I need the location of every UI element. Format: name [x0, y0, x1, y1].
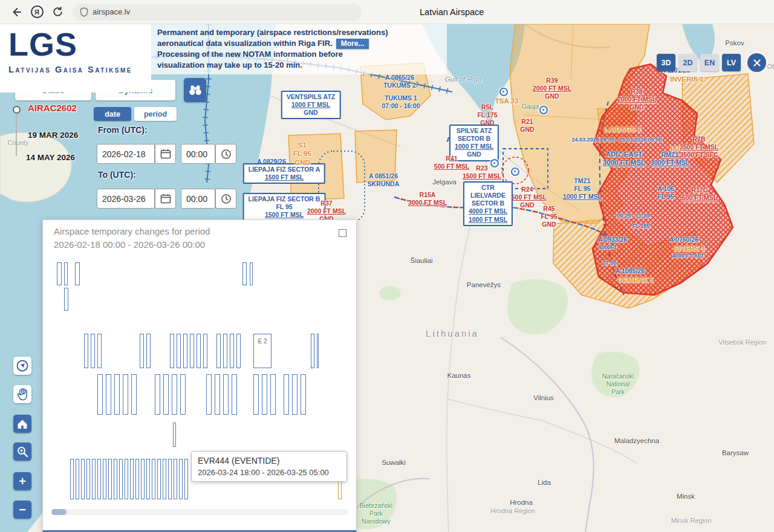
gantt-bar[interactable]	[183, 334, 187, 368]
gantt-bar[interactable]	[131, 374, 137, 415]
gantt-bar[interactable]	[168, 459, 172, 499]
gantt-bar[interactable]	[262, 374, 267, 415]
from-date-input[interactable]	[97, 144, 155, 164]
gantt-bar[interactable]	[215, 374, 220, 415]
gantt-bar[interactable]	[179, 459, 183, 499]
gantt-bar[interactable]	[97, 374, 103, 415]
gantt-bar[interactable]	[114, 374, 120, 415]
gantt-bar[interactable]	[317, 334, 319, 368]
gantt-bar[interactable]	[177, 334, 181, 368]
gantt-bar[interactable]	[75, 262, 80, 285]
gantt-bar[interactable]	[152, 459, 155, 499]
gantt-area[interactable]: E 2	[43, 220, 356, 530]
gantt-bar[interactable]	[155, 374, 160, 415]
gantt-bar[interactable]	[236, 334, 241, 368]
gantt-bar[interactable]	[91, 334, 95, 368]
gantt-bar[interactable]	[97, 459, 101, 499]
gantt-bar[interactable]	[119, 459, 123, 499]
gantt-bar[interactable]	[206, 374, 212, 415]
gantt-bar[interactable]	[108, 459, 112, 499]
gantt-bar[interactable]	[223, 374, 229, 415]
gantt-bar[interactable]	[174, 459, 177, 499]
gantt-bar[interactable]	[180, 374, 186, 415]
gantt-bar[interactable]	[197, 334, 201, 368]
view-3d-button[interactable]: 3D	[657, 54, 675, 71]
search-areas-button[interactable]	[184, 78, 206, 102]
gantt-bar[interactable]	[81, 459, 85, 499]
gantt-bar[interactable]	[135, 459, 139, 499]
gantt-bar[interactable]	[172, 374, 177, 415]
gantt-bar[interactable]	[84, 334, 88, 368]
airac-slider-knob[interactable]	[13, 106, 21, 114]
view-2d-button[interactable]: 2D	[678, 54, 697, 71]
period-mode-button[interactable]: period	[134, 107, 177, 121]
gantt-bar[interactable]	[301, 374, 306, 415]
more-button[interactable]: More...	[336, 39, 369, 50]
pan-button[interactable]	[13, 385, 31, 403]
to-calendar-button[interactable]	[155, 189, 176, 209]
gantt-bar[interactable]	[216, 334, 221, 368]
gantt-bar[interactable]	[184, 459, 188, 499]
from-time-input[interactable]	[181, 144, 215, 164]
gantt-bar[interactable]	[250, 262, 253, 285]
gantt-bar[interactable]	[163, 374, 169, 415]
from-calendar-button[interactable]	[155, 144, 176, 164]
gantt-bar[interactable]	[203, 334, 207, 368]
gantt-bar[interactable]	[92, 459, 96, 499]
zoom-box-button[interactable]	[13, 443, 31, 461]
reload-button[interactable]	[47, 2, 68, 22]
gantt-bar[interactable]	[64, 262, 68, 285]
gantt-bar[interactable]	[114, 459, 117, 499]
gantt-bar[interactable]	[103, 459, 106, 499]
gantt-bar[interactable]	[86, 459, 90, 499]
to-clock-button[interactable]	[215, 189, 236, 209]
date-mode-button[interactable]: date	[94, 107, 131, 121]
gantt-bar[interactable]	[242, 262, 247, 285]
gantt-bar[interactable]	[270, 374, 276, 415]
gantt-scroll-handle[interactable]	[51, 509, 67, 515]
gantt-bar[interactable]	[146, 459, 150, 499]
airac-end-date: 14 MAY 2026	[26, 153, 75, 162]
lang-en-button[interactable]: EN	[700, 54, 719, 71]
locate-button[interactable]	[13, 357, 31, 375]
gantt-scrollbar[interactable]	[51, 509, 349, 515]
address-bar[interactable]: airspace.lv	[73, 4, 362, 21]
zoom-in-button[interactable]: +	[13, 472, 31, 490]
gantt-bar[interactable]	[190, 334, 194, 368]
gantt-bar[interactable]	[125, 459, 128, 499]
gantt-bar[interactable]: E 2	[253, 334, 272, 368]
gantt-bar[interactable]	[140, 334, 144, 368]
close-button[interactable]	[747, 53, 766, 72]
gantt-bar[interactable]	[97, 334, 102, 368]
gantt-bar[interactable]	[76, 459, 79, 499]
gantt-bar[interactable]	[57, 262, 62, 285]
gantt-bar[interactable]	[223, 334, 227, 368]
gantt-bar[interactable]	[130, 459, 134, 499]
zoom-out-button[interactable]: −	[13, 501, 31, 519]
gantt-bar[interactable]	[292, 374, 298, 415]
to-time-input[interactable]	[181, 189, 215, 209]
gantt-bar[interactable]	[230, 334, 234, 368]
timeline-panel: Airspace temporary changes for period 20…	[42, 219, 357, 532]
gantt-bar[interactable]	[141, 459, 145, 499]
gantt-bar[interactable]	[173, 423, 176, 447]
gantt-bar[interactable]	[146, 334, 151, 368]
gantt-bar[interactable]	[253, 374, 259, 415]
gantt-bar[interactable]	[123, 374, 128, 415]
gantt-bar[interactable]	[157, 459, 161, 499]
from-clock-button[interactable]	[215, 144, 236, 164]
browser-start-button[interactable]: Я	[27, 2, 47, 22]
gantt-bar[interactable]	[64, 288, 68, 311]
gantt-bar[interactable]	[163, 459, 166, 499]
to-date-input[interactable]	[97, 189, 155, 209]
lang-lv-button[interactable]: LV	[722, 54, 741, 71]
gantt-bar[interactable]	[284, 374, 289, 415]
gantt-bar[interactable]	[70, 459, 74, 499]
back-button[interactable]	[6, 2, 27, 22]
home-view-button[interactable]	[13, 415, 31, 433]
gantt-bar[interactable]	[232, 374, 237, 415]
gantt-bar[interactable]	[106, 374, 111, 415]
gantt-bar[interactable]	[170, 334, 174, 368]
gantt-bar[interactable]	[311, 334, 314, 368]
lgs-logo: LGS Latvijas Gaisa Satiksme	[0, 24, 151, 92]
